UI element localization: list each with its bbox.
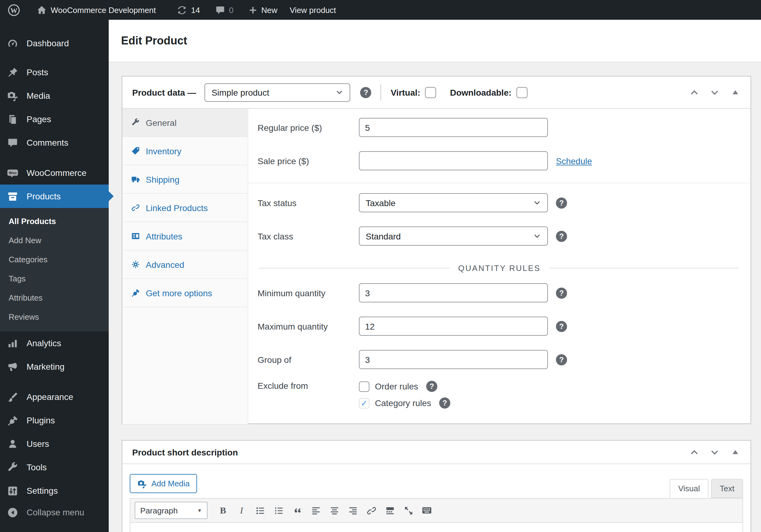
minimum-quantity-row: Minimum quantity ? [248, 283, 750, 302]
comments-bubble-icon [215, 5, 225, 15]
toolbar-toggle-button[interactable] [418, 503, 436, 518]
submenu-item-all-products[interactable]: All Products [0, 212, 109, 231]
sale-price-input[interactable] [359, 151, 548, 170]
insert-link-button[interactable] [363, 503, 380, 518]
numbered-list-button[interactable] [270, 503, 287, 518]
maximum-quantity-input[interactable] [359, 317, 548, 336]
visual-tab[interactable]: Visual [670, 479, 709, 498]
view-product-menu[interactable]: View product [284, 0, 342, 20]
product-data-body: General Inventory Shipping Linked Produc… [122, 109, 750, 424]
sidebar-item-products[interactable]: Products [0, 185, 109, 208]
schedule-link[interactable]: Schedule [556, 156, 592, 166]
category-rules-checkbox[interactable]: ✓ [359, 398, 369, 408]
editor-content-area[interactable]: This is a simple prod [130, 523, 742, 532]
category-rules-help-icon[interactable]: ? [439, 398, 450, 408]
new-content-menu[interactable]: New [243, 0, 283, 20]
sidebar-item-plugins[interactable]: Plugins [0, 408, 109, 432]
analytics-bars-icon [7, 337, 19, 349]
tax-status-help-icon[interactable]: ? [556, 197, 567, 208]
general-tab-fields: Regular price ($) Sale price ($) Schedul… [248, 109, 750, 424]
wordpress-logo-menu[interactable]: W [0, 0, 26, 20]
panel-handle-actions [689, 447, 740, 457]
sidebar-item-comments[interactable]: Comments [0, 131, 109, 154]
group-of-help-icon[interactable]: ? [556, 354, 567, 365]
move-up-button[interactable] [689, 87, 700, 98]
toggle-panel-button[interactable] [730, 447, 740, 457]
short-description-title: Product short description [132, 447, 238, 457]
short-description-body: Add Media Visual Text Paragraph ▼ B [122, 464, 750, 532]
sidebar-item-label: Pages [27, 114, 51, 124]
tab-linked-products[interactable]: Linked Products [122, 194, 248, 222]
sidebar-item-analytics[interactable]: Analytics [0, 331, 109, 355]
move-up-button[interactable] [689, 447, 700, 457]
tab-advanced[interactable]: Advanced [122, 250, 248, 279]
sidebar-item-posts[interactable]: Posts [0, 61, 109, 84]
submenu-item-reviews[interactable]: Reviews [0, 307, 109, 327]
align-left-button[interactable] [307, 503, 324, 518]
sidebar-item-label: Products [27, 191, 61, 201]
tab-inventory[interactable]: Inventory [122, 137, 248, 165]
order-rules-checkbox[interactable] [359, 381, 369, 392]
fullscreen-button[interactable] [400, 503, 417, 518]
pages-icon [7, 113, 19, 125]
numbered-list-icon [273, 505, 284, 516]
product-type-help-icon[interactable]: ? [360, 87, 372, 98]
tab-general[interactable]: General [122, 109, 248, 137]
submenu-item-categories[interactable]: Categories [0, 250, 109, 269]
tab-attributes[interactable]: Attributes [122, 222, 248, 250]
sidebar-item-dashboard[interactable]: Dashboard [0, 31, 109, 55]
sidebar-item-appearance[interactable]: Appearance [0, 385, 109, 408]
chevron-down-icon [533, 232, 541, 240]
text-tab[interactable]: Text [711, 479, 743, 498]
virtual-checkbox[interactable] [425, 87, 437, 98]
short-description-header: Product short description [122, 441, 750, 464]
comments-menu[interactable]: 0 [209, 0, 239, 20]
align-center-button[interactable] [325, 503, 343, 518]
italic-button[interactable]: I [233, 503, 250, 518]
submenu-item-tags[interactable]: Tags [0, 269, 109, 288]
sidebar-item-pages[interactable]: Pages [0, 107, 109, 131]
product-type-select[interactable]: Simple product [205, 83, 351, 101]
wrench-icon [131, 118, 140, 127]
updates-menu[interactable]: 14 [171, 0, 206, 20]
sidebar-item-label: Appearance [27, 392, 73, 402]
tax-status-select[interactable]: Taxable [359, 193, 548, 212]
collapse-menu-button[interactable]: Collapse menu [0, 503, 109, 522]
site-name-menu[interactable]: WooCommerce Development [31, 0, 161, 20]
plug-icon [131, 288, 140, 297]
sidebar-item-media[interactable]: Media [0, 84, 109, 107]
paragraph-style-select[interactable]: Paragraph ▼ [135, 502, 207, 519]
sidebar-item-label: Media [27, 91, 50, 101]
sidebar-item-users[interactable]: Users [0, 432, 109, 455]
minimum-quantity-input[interactable] [359, 283, 548, 302]
tax-class-help-icon[interactable]: ? [556, 231, 567, 241]
order-rules-help-icon[interactable]: ? [426, 381, 437, 392]
move-down-button[interactable] [709, 447, 720, 457]
regular-price-input[interactable] [359, 118, 548, 137]
read-more-button[interactable] [381, 503, 398, 518]
wrench-icon [7, 461, 19, 473]
bulleted-list-button[interactable] [251, 503, 269, 518]
tab-get-more-options[interactable]: Get more options [122, 279, 248, 307]
toggle-panel-button[interactable] [730, 87, 740, 98]
align-right-button[interactable] [344, 503, 361, 518]
sidebar-item-settings[interactable]: Settings [0, 479, 109, 503]
downloadable-checkbox[interactable] [516, 87, 528, 98]
minimum-quantity-help-icon[interactable]: ? [556, 287, 567, 298]
blockquote-button[interactable] [288, 503, 306, 518]
group-of-input[interactable] [359, 350, 548, 369]
tab-shipping[interactable]: Shipping [122, 165, 248, 194]
move-down-button[interactable] [709, 87, 720, 98]
quantity-rules-section-header: QUANTITY RULES [260, 262, 739, 273]
submenu-item-add-new[interactable]: Add New [0, 231, 109, 250]
minimum-quantity-label: Minimum quantity [258, 288, 359, 298]
sidebar-item-marketing[interactable]: Marketing [0, 355, 109, 378]
maximum-quantity-help-icon[interactable]: ? [556, 321, 567, 332]
add-media-button[interactable]: Add Media [130, 474, 197, 493]
sidebar-item-woocommerce[interactable]: Woo WooCommerce [0, 161, 109, 185]
bold-button[interactable]: B [214, 503, 232, 518]
sidebar-item-label: WooCommerce [27, 168, 87, 178]
submenu-item-attributes[interactable]: Attributes [0, 288, 109, 307]
tax-class-select[interactable]: Standard [359, 227, 548, 246]
sidebar-item-tools[interactable]: Tools [0, 455, 109, 479]
